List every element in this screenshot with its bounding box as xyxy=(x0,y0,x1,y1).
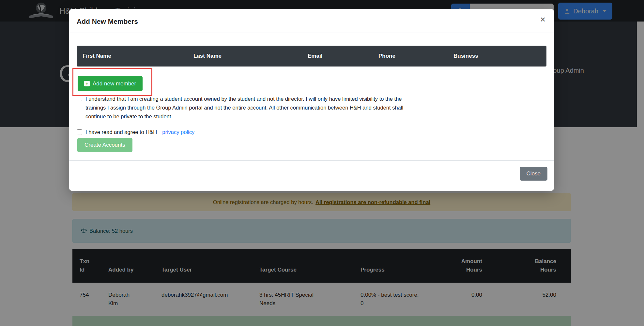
col-last-name: Last Name xyxy=(188,46,302,67)
page: H&H Childcare Training Deborah Group Ad xyxy=(0,0,644,326)
add-member-label: Add new member xyxy=(93,81,136,87)
privacy-checkbox[interactable] xyxy=(77,129,82,135)
terms-checkbox[interactable] xyxy=(77,96,82,101)
modal-footer-divider xyxy=(69,160,554,161)
col-phone: Phone xyxy=(373,46,448,67)
members-header-row: First Name Last Name Email Phone Busines… xyxy=(77,46,546,67)
add-new-member-button[interactable]: + Add new member xyxy=(78,76,143,91)
modal-header-divider xyxy=(69,33,554,33)
close-button[interactable]: Close xyxy=(520,167,547,181)
new-members-table: First Name Last Name Email Phone Busines… xyxy=(77,46,546,67)
plus-square-icon: + xyxy=(84,81,90,86)
terms-checkbox-row: I understand that I am creating a studen… xyxy=(77,95,531,121)
terms-text: I understand that I am creating a studen… xyxy=(85,95,531,121)
privacy-policy-link[interactable]: privacy policy xyxy=(162,129,194,135)
col-business: Business xyxy=(448,46,546,67)
privacy-checkbox-row: I have read and agree to H&H privacy pol… xyxy=(77,129,194,135)
add-new-members-modal: Add New Members × First Name Last Name E… xyxy=(69,9,554,191)
modal-title: Add New Members xyxy=(77,18,138,25)
close-icon[interactable]: × xyxy=(540,15,545,24)
col-first-name: First Name xyxy=(77,46,188,67)
privacy-text: I have read and agree to H&H xyxy=(85,129,157,135)
col-email: Email xyxy=(302,46,373,67)
create-accounts-button[interactable]: Create Accounts xyxy=(77,138,132,152)
